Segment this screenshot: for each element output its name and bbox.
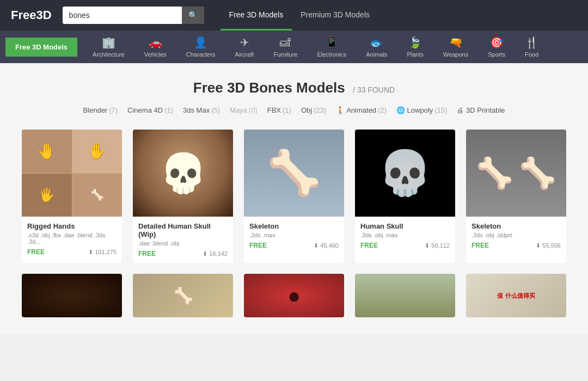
category-bar: Free 3D Models 🏢 Architecture 🚗 Vehicles…	[0, 30, 588, 63]
model-formats-2: .3ds .max	[249, 232, 339, 238]
model-name-2: Skeleton	[249, 222, 339, 230]
cat-animals-label: Animals	[366, 51, 387, 58]
model-footer-1: FREE ⬇ 16,142	[138, 250, 228, 257]
model-info-3: Human Skull .3ds .obj .max FREE ⬇ 50,112	[355, 217, 455, 255]
watermark-text: 值 什么值得买	[497, 292, 535, 300]
cat-vehicles-label: Vehicles	[144, 51, 167, 58]
model-name-3: Human Skull	[360, 222, 450, 230]
cat-furniture-label: Furniture	[273, 51, 297, 58]
cat-aircraft-label: Aircraft	[235, 51, 254, 58]
model-info-1: Detailed Human Skull (Wip) .dae .blend .…	[133, 217, 233, 263]
model-price-4: FREE	[471, 242, 489, 249]
search-input[interactable]	[63, 7, 182, 24]
filter-3dprintable[interactable]: 🖨 3D Printable	[457, 106, 505, 114]
model-price-3: FREE	[360, 242, 378, 249]
model-card-4[interactable]: 🦴 🦴 Skeleton .3ds .obj .sldprt FREE ⬇ 55…	[466, 130, 566, 263]
page-title-area: Free 3D Bones Models / 33 FOUND	[22, 79, 566, 96]
vehicles-icon: 🚗	[149, 36, 162, 49]
nav-premium-models[interactable]: Premium 3D Models	[292, 1, 378, 30]
filter-fbx[interactable]: FBX (1)	[267, 106, 291, 114]
filter-bar: Blender (7) Cinema 4D (1) 3ds Max (5) Ma…	[22, 106, 566, 114]
category-items: 🏢 Architecture 🚗 Vehicles 👤 Characters ✈…	[83, 30, 548, 63]
cat-furniture[interactable]: 🛋 Furniture	[264, 31, 307, 63]
cat-sports-label: Sports	[488, 51, 505, 58]
search-button[interactable]: 🔍	[182, 7, 204, 24]
cat-architecture[interactable]: 🏢 Architecture	[83, 30, 134, 63]
nav-free-models[interactable]: Free 3D Models	[220, 1, 292, 30]
model-info-2: Skeleton .3ds .max FREE ⬇ 45,460	[244, 217, 344, 255]
filter-cinema4d[interactable]: Cinema 4D (1)	[127, 106, 173, 114]
model-downloads-4: ⬇ 55,556	[536, 242, 561, 249]
characters-icon: 👤	[194, 36, 207, 49]
model-info-0: Rigged Hands .x3d .obj .fbx .dae .blend …	[22, 217, 122, 261]
cat-food-label: Food	[525, 51, 538, 58]
model-downloads-0: ⬇ 101,275	[88, 249, 117, 256]
model-card-partial-4[interactable]: 值 什么值得买	[466, 274, 566, 317]
filter-obj[interactable]: Obj (23)	[301, 106, 326, 114]
model-downloads-3: ⬇ 50,112	[425, 242, 450, 249]
cat-electronics-label: Electronics	[317, 51, 346, 58]
furniture-icon: 🛋	[280, 36, 291, 49]
model-formats-1: .dae .blend .obj	[138, 240, 228, 247]
model-info-4: Skeleton .3ds .obj .sldprt FREE ⬇ 55,556	[466, 217, 566, 255]
model-name-0: Rigged Hands	[27, 222, 117, 230]
model-formats-0: .x3d .obj .fbx .dae .blend .3ds .3d...	[27, 232, 117, 245]
model-downloads-1: ⬇ 16,142	[203, 250, 228, 257]
model-formats-3: .3ds .obj .max	[360, 232, 450, 238]
cat-characters[interactable]: 👤 Characters	[176, 30, 225, 63]
model-card-3[interactable]: 💀 Human Skull .3ds .obj .max FREE ⬇ 50,1…	[355, 130, 455, 263]
weapons-icon: 🔫	[449, 36, 463, 49]
electronics-icon: 📱	[325, 36, 339, 49]
model-downloads-2: ⬇ 45,460	[314, 242, 339, 249]
header: Free3D 🔍 Free 3D Models Premium 3D Model…	[0, 0, 588, 30]
model-footer-3: FREE ⬇ 50,112	[360, 242, 450, 249]
cat-food[interactable]: 🍴 Food	[515, 30, 548, 63]
cat-weapons[interactable]: 🔫 Weapons	[433, 30, 478, 63]
model-footer-0: FREE ⬇ 101,275	[27, 248, 117, 256]
model-grid-bottom: 🦴 ● 值 什么值得买	[22, 274, 566, 317]
cat-vehicles[interactable]: 🚗 Vehicles	[134, 30, 176, 63]
plants-icon: 🍃	[408, 36, 422, 49]
model-card-0[interactable]: 🤚 ✋ 🖐 🦴 Rigged Hands .x3d .obj .fbx .dae…	[22, 130, 122, 263]
model-grid: 🤚 ✋ 🖐 🦴 Rigged Hands .x3d .obj .fbx .dae…	[22, 130, 566, 263]
model-card-partial-2[interactable]: ●	[244, 274, 344, 317]
filter-maya[interactable]: Maya (0)	[230, 106, 258, 114]
model-footer-4: FREE ⬇ 55,556	[471, 242, 561, 249]
cat-electronics[interactable]: 📱 Electronics	[307, 30, 356, 63]
cat-plants[interactable]: 🍃 Plants	[397, 30, 433, 63]
model-formats-4: .3ds .obj .sldprt	[471, 232, 561, 238]
cat-characters-label: Characters	[186, 51, 216, 58]
cat-aircraft[interactable]: ✈ Aircraft	[225, 30, 264, 63]
model-card-partial-1[interactable]: 🦴	[133, 274, 233, 317]
search-bar: 🔍	[63, 7, 204, 24]
model-footer-2: FREE ⬇ 45,460	[249, 242, 339, 249]
model-name-4: Skeleton	[471, 222, 561, 230]
model-price-2: FREE	[249, 242, 267, 249]
main-content: Free 3D Bones Models / 33 FOUND Blender …	[0, 63, 588, 334]
cat-animals[interactable]: 🐟 Animals	[356, 30, 397, 63]
aircraft-icon: ✈	[240, 36, 249, 49]
header-nav: Free 3D Models Premium 3D Models	[220, 1, 378, 30]
model-name-1: Detailed Human Skull (Wip)	[138, 222, 228, 238]
free-models-button[interactable]: Free 3D Models	[5, 38, 77, 57]
model-card-partial-0[interactable]	[22, 274, 122, 317]
model-card-1[interactable]: 💀 Detailed Human Skull (Wip) .dae .blend…	[133, 130, 233, 263]
site-logo: Free3D	[11, 8, 52, 22]
filter-blender[interactable]: Blender (7)	[83, 106, 118, 114]
cat-weapons-label: Weapons	[443, 51, 468, 58]
food-icon: 🍴	[525, 36, 538, 49]
cat-architecture-label: Architecture	[93, 51, 125, 58]
filter-lowpoly[interactable]: 🌐 Lowpoly (15)	[396, 106, 447, 114]
cat-sports[interactable]: 🎯 Sports	[478, 30, 515, 63]
model-price-0: FREE	[27, 248, 45, 256]
found-badge: / 33 FOUND	[353, 85, 395, 94]
model-price-1: FREE	[138, 250, 156, 257]
cat-plants-label: Plants	[407, 51, 424, 58]
model-card-2[interactable]: 🦴 Skeleton .3ds .max FREE ⬇ 45,460	[244, 130, 344, 263]
sports-icon: 🎯	[490, 36, 504, 49]
architecture-icon: 🏢	[102, 36, 115, 49]
filter-3dsmax[interactable]: 3ds Max (5)	[183, 106, 220, 114]
model-card-partial-3[interactable]	[355, 274, 455, 317]
filter-animated[interactable]: 🚶 Animated (2)	[336, 106, 387, 114]
page-title: Free 3D Bones Models	[193, 79, 345, 96]
